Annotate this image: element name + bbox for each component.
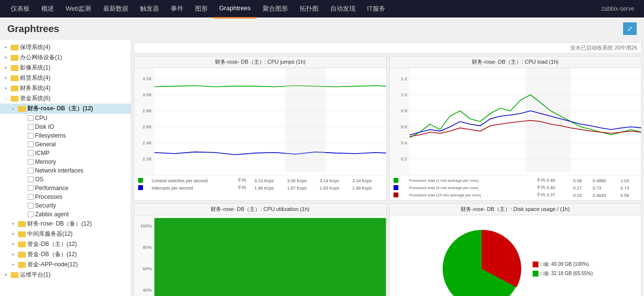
sidebar-label: Memory — [35, 158, 56, 165]
sidebar-item-filesystems[interactable]: Filesystems — [0, 131, 131, 140]
sidebar-item-cpu[interactable]: CPU — [0, 114, 131, 122]
nav-graphs[interactable]: 图形 — [189, 0, 214, 17]
nav-dashboard[interactable]: 仪表板 — [5, 0, 36, 17]
file-icon — [28, 159, 34, 165]
toggle-icon[interactable]: + — [10, 261, 17, 268]
toggle-icon[interactable]: + — [2, 65, 9, 71]
notice-text: 业水已启动收系统 20中用26 — [570, 45, 637, 51]
svg-text:2.2K: 2.2K — [143, 156, 152, 161]
sidebar-label: General — [35, 141, 56, 148]
sidebar-item-db-backup[interactable]: + 财务-rose- DB（备）(12) — [0, 219, 131, 229]
svg-text:0.6: 0.6 — [401, 124, 407, 129]
sidebar-item-memory[interactable]: Memory — [0, 157, 131, 166]
nav-overview[interactable]: 概述 — [36, 0, 60, 17]
toggle-icon[interactable]: - — [10, 105, 17, 112]
toggle-icon[interactable]: + — [10, 231, 17, 238]
sidebar-item-zuli[interactable]: + 租赁系统(4) — [0, 73, 131, 83]
sidebar-label: Zabbix agent — [35, 211, 69, 218]
folder-icon — [18, 252, 26, 258]
nav-aggregate[interactable]: 聚合图形 — [257, 0, 294, 17]
chart-disk-space: 财务-rose- DB（主）: Disk space usage / (1h) — [389, 203, 642, 296]
sidebar-label: Network interfaces — [35, 167, 83, 174]
file-icon — [28, 141, 34, 147]
toggle-icon[interactable]: + — [10, 251, 17, 258]
folder-icon — [11, 272, 18, 278]
sidebar-item-performance[interactable]: Performance — [0, 184, 131, 192]
folder-icon — [11, 75, 18, 81]
sidebar-label: 运维平台(1) — [20, 271, 51, 279]
sidebar-item-db-master[interactable]: - 财务-rose- DB（主）(12) — [0, 104, 131, 114]
folder-icon — [18, 221, 26, 227]
spacer — [19, 193, 26, 200]
sidebar-item-office[interactable]: + 办公网络设备(1) — [0, 52, 131, 63]
spacer — [19, 132, 26, 139]
nav-it-services[interactable]: IT服务 — [361, 0, 392, 17]
sidebar-item-yunwei[interactable]: + 运维平台(1) — [0, 270, 131, 280]
toggle-icon[interactable]: + — [10, 221, 17, 227]
sidebar-label: Disk IO — [35, 123, 54, 130]
page-title: Graphtrees — [7, 23, 59, 35]
pie-chart-svg — [438, 225, 525, 296]
sidebar-item-zabbix[interactable]: Zabbix agent — [0, 210, 131, 219]
sidebar-item-baoli[interactable]: + 保理系统(4) — [0, 42, 131, 52]
sidebar-item-os[interactable]: OS — [0, 175, 131, 184]
file-icon — [28, 168, 34, 174]
main-container: + 保理系统(4) + 办公网络设备(1) + 影像系统(1) + 租赁系统(4… — [0, 40, 644, 296]
file-icon — [28, 115, 34, 121]
sidebar-item-security[interactable]: Security — [0, 201, 131, 210]
spacer — [19, 176, 26, 183]
toggle-icon[interactable]: + — [2, 44, 9, 51]
toggle-icon[interactable]: + — [2, 75, 9, 82]
folder-icon — [11, 86, 18, 91]
spacer — [19, 158, 26, 165]
sidebar-label: 资金-DB（备）(12) — [27, 250, 77, 259]
toggle-icon[interactable]: + — [2, 54, 9, 61]
nav-triggers[interactable]: 触发器 — [134, 0, 165, 17]
sidebar-item-zijin-db-main[interactable]: + 资金-DB（主）(12) — [0, 239, 131, 249]
toggle-icon[interactable]: + — [10, 241, 17, 248]
sidebar-item-zijin-db-backup[interactable]: + 资金-DB（备）(12) — [0, 249, 131, 260]
nav-graphtrees[interactable]: Graphtrees — [214, 0, 257, 18]
svg-rect-14 — [286, 68, 326, 173]
folder-icon — [18, 106, 26, 112]
file-icon — [28, 150, 34, 156]
sidebar-item-diskio[interactable]: Disk IO — [0, 122, 131, 131]
chart-legend-cpu-load: Processor load (1 min average per core) … — [390, 175, 642, 200]
folder-icon — [11, 55, 18, 61]
sidebar-label: ICMP — [35, 150, 50, 157]
sidebar-item-zijin[interactable]: - 资金系统(6) — [0, 93, 131, 104]
nav-latest[interactable]: 最新数据 — [97, 0, 134, 17]
chart-cpu-load: 财务-rose- DB（主）: CPU load (1h) 1.2 1.0 0.… — [389, 56, 642, 201]
sidebar-item-caiwu[interactable]: + 财务系统(4) — [0, 83, 131, 93]
chart-legend-cpu-jumps: Contest switches per second 千均3.13 Kcps3… — [134, 175, 386, 193]
nav-web[interactable]: Web监测 — [60, 0, 97, 17]
sidebar-item-yingxiang[interactable]: + 影像系统(1) — [0, 63, 131, 73]
svg-text:3.0K: 3.0K — [143, 92, 152, 97]
nav-events[interactable]: 事件 — [165, 0, 189, 17]
svg-text:80%: 80% — [143, 244, 152, 250]
notice-bar: 业水已启动收系统 20中用26 — [134, 42, 642, 53]
sidebar-label: 财务-rose- DB（主）(12) — [27, 104, 93, 113]
chart-title-cpu-util: 财务-rose- DB（主）: CPU utilization (1h) — [134, 204, 386, 215]
top-navigation: 仪表板 概述 Web监测 最新数据 触发器 事件 图形 Graphtrees 聚… — [0, 0, 644, 17]
toggle-icon[interactable]: + — [2, 85, 9, 92]
sidebar-item-network[interactable]: Network interfaces — [0, 166, 131, 175]
spacer — [19, 141, 26, 148]
expand-button[interactable]: ⤢ — [623, 22, 637, 35]
svg-text:2.4K: 2.4K — [143, 140, 152, 145]
svg-text:2.8K: 2.8K — [143, 108, 152, 113]
toggle-icon[interactable]: - — [2, 95, 9, 102]
page-header: Graphtrees ⤢ — [0, 17, 644, 40]
sidebar-item-zijin-app[interactable]: + 资金-APP-node(12) — [0, 260, 131, 270]
disk-legend-red: □值: 49.09 GB (100%) — [541, 261, 589, 268]
nav-topology[interactable]: 拓扑图 — [294, 0, 324, 17]
nav-discovery[interactable]: 自动发现 — [324, 0, 361, 17]
sidebar-item-icmp[interactable]: ICMP — [0, 149, 131, 157]
spacer — [19, 211, 26, 218]
sidebar-label: 资金-APP-node(12) — [27, 261, 78, 269]
sidebar-item-general[interactable]: General — [0, 140, 131, 149]
toggle-icon[interactable]: + — [2, 272, 9, 279]
sidebar-tree: + 保理系统(4) + 办公网络设备(1) + 影像系统(1) + 租赁系统(4… — [0, 40, 131, 296]
sidebar-item-middle[interactable]: + 中间库服务器(12) — [0, 229, 131, 239]
sidebar-item-processes[interactable]: Processes — [0, 192, 131, 201]
